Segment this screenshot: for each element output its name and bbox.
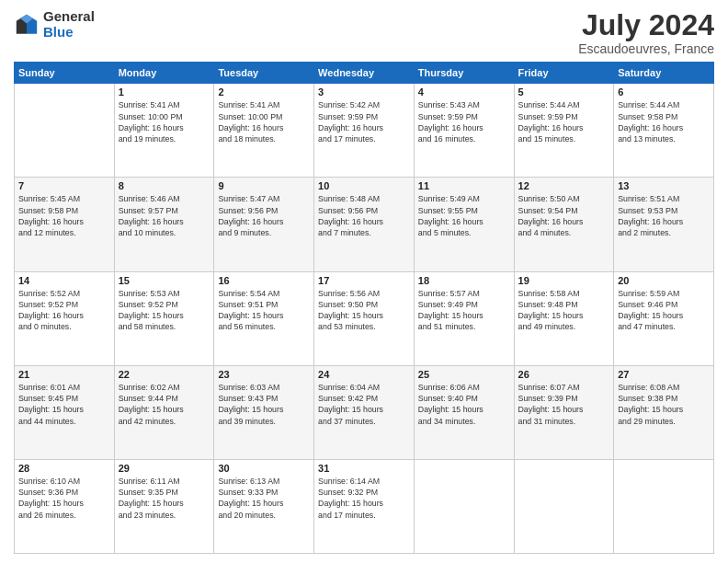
- day-info: Sunrise: 5:52 AMSunset: 9:52 PMDaylight:…: [18, 288, 110, 333]
- table-row: [414, 459, 514, 553]
- day-number: 31: [318, 463, 410, 474]
- table-row: 21Sunrise: 6:01 AMSunset: 9:45 PMDayligh…: [15, 365, 115, 459]
- table-row: 24Sunrise: 6:04 AMSunset: 9:42 PMDayligh…: [314, 365, 415, 459]
- day-info: Sunrise: 5:49 AMSunset: 9:55 PMDaylight:…: [418, 193, 510, 238]
- day-number: 5: [518, 86, 610, 98]
- day-number: 21: [18, 369, 110, 380]
- day-number: 1: [119, 86, 210, 98]
- header-wednesday: Wednesday: [314, 63, 415, 84]
- table-row: 4Sunrise: 5:43 AMSunset: 9:59 PMDaylight…: [414, 84, 514, 178]
- day-info: Sunrise: 6:02 AMSunset: 9:44 PMDaylight:…: [119, 382, 210, 427]
- header: General Blue July 2024 Escaudoeuvres, Fr…: [14, 9, 714, 56]
- page: General Blue July 2024 Escaudoeuvres, Fr…: [0, 0, 728, 563]
- table-row: 28Sunrise: 6:10 AMSunset: 9:36 PMDayligh…: [15, 459, 115, 553]
- day-number: 16: [218, 275, 310, 286]
- day-info: Sunrise: 5:48 AMSunset: 9:56 PMDaylight:…: [318, 193, 410, 238]
- calendar-week-1: 7Sunrise: 5:45 AMSunset: 9:58 PMDaylight…: [15, 178, 714, 271]
- day-info: Sunrise: 5:45 AMSunset: 9:58 PMDaylight:…: [18, 193, 110, 238]
- header-saturday: Saturday: [614, 63, 714, 84]
- day-info: Sunrise: 5:50 AMSunset: 9:54 PMDaylight:…: [518, 193, 610, 238]
- table-row: 14Sunrise: 5:52 AMSunset: 9:52 PMDayligh…: [15, 271, 115, 365]
- day-info: Sunrise: 5:46 AMSunset: 9:57 PMDaylight:…: [119, 193, 210, 238]
- table-row: 3Sunrise: 5:42 AMSunset: 9:59 PMDaylight…: [314, 84, 415, 178]
- day-info: Sunrise: 5:56 AMSunset: 9:50 PMDaylight:…: [318, 288, 410, 333]
- day-info: Sunrise: 5:58 AMSunset: 9:48 PMDaylight:…: [518, 288, 610, 333]
- day-info: Sunrise: 5:57 AMSunset: 9:49 PMDaylight:…: [418, 288, 510, 333]
- table-row: 26Sunrise: 6:07 AMSunset: 9:39 PMDayligh…: [514, 365, 614, 459]
- day-number: 23: [218, 369, 310, 380]
- table-row: 20Sunrise: 5:59 AMSunset: 9:46 PMDayligh…: [614, 271, 714, 365]
- header-tuesday: Tuesday: [214, 63, 314, 84]
- day-number: 2: [218, 86, 310, 98]
- logo-icon: [14, 12, 40, 38]
- calendar-week-4: 28Sunrise: 6:10 AMSunset: 9:36 PMDayligh…: [15, 459, 714, 553]
- table-row: [614, 459, 714, 553]
- header-thursday: Thursday: [414, 63, 514, 84]
- day-number: 14: [18, 275, 110, 286]
- table-row: 6Sunrise: 5:44 AMSunset: 9:58 PMDaylight…: [614, 84, 714, 178]
- table-row: 22Sunrise: 6:02 AMSunset: 9:44 PMDayligh…: [114, 365, 214, 459]
- table-row: 7Sunrise: 5:45 AMSunset: 9:58 PMDaylight…: [15, 178, 115, 271]
- table-row: 30Sunrise: 6:13 AMSunset: 9:33 PMDayligh…: [214, 459, 314, 553]
- day-info: Sunrise: 5:43 AMSunset: 9:59 PMDaylight:…: [418, 99, 510, 144]
- day-info: Sunrise: 5:41 AMSunset: 10:00 PMDaylight…: [119, 99, 210, 144]
- calendar-week-3: 21Sunrise: 6:01 AMSunset: 9:45 PMDayligh…: [15, 365, 714, 459]
- logo: General Blue: [14, 9, 95, 40]
- day-number: 13: [618, 180, 710, 191]
- day-info: Sunrise: 5:53 AMSunset: 9:52 PMDaylight:…: [119, 288, 210, 333]
- logo-general: General: [43, 9, 95, 25]
- table-row: 15Sunrise: 5:53 AMSunset: 9:52 PMDayligh…: [114, 271, 214, 365]
- day-number: 18: [418, 275, 510, 286]
- main-title: July 2024: [578, 9, 714, 41]
- day-number: 26: [518, 369, 610, 380]
- day-info: Sunrise: 6:06 AMSunset: 9:40 PMDaylight:…: [418, 382, 510, 427]
- day-info: Sunrise: 5:44 AMSunset: 9:58 PMDaylight:…: [618, 99, 710, 144]
- subtitle: Escaudoeuvres, France: [578, 41, 714, 56]
- day-number: 25: [418, 369, 510, 380]
- day-number: 10: [318, 180, 410, 191]
- calendar-header-row: Sunday Monday Tuesday Wednesday Thursday…: [15, 63, 714, 84]
- day-info: Sunrise: 6:13 AMSunset: 9:33 PMDaylight:…: [218, 476, 310, 521]
- table-row: 19Sunrise: 5:58 AMSunset: 9:48 PMDayligh…: [514, 271, 614, 365]
- table-row: 13Sunrise: 5:51 AMSunset: 9:53 PMDayligh…: [614, 178, 714, 271]
- table-row: 18Sunrise: 5:57 AMSunset: 9:49 PMDayligh…: [414, 271, 514, 365]
- day-info: Sunrise: 6:04 AMSunset: 9:42 PMDaylight:…: [318, 382, 410, 427]
- day-info: Sunrise: 5:47 AMSunset: 9:56 PMDaylight:…: [218, 193, 310, 238]
- table-row: 8Sunrise: 5:46 AMSunset: 9:57 PMDaylight…: [114, 178, 214, 271]
- day-info: Sunrise: 6:01 AMSunset: 9:45 PMDaylight:…: [18, 382, 110, 427]
- calendar-week-2: 14Sunrise: 5:52 AMSunset: 9:52 PMDayligh…: [15, 271, 714, 365]
- table-row: 5Sunrise: 5:44 AMSunset: 9:59 PMDaylight…: [514, 84, 614, 178]
- table-row: 16Sunrise: 5:54 AMSunset: 9:51 PMDayligh…: [214, 271, 314, 365]
- table-row: 9Sunrise: 5:47 AMSunset: 9:56 PMDaylight…: [214, 178, 314, 271]
- table-row: 25Sunrise: 6:06 AMSunset: 9:40 PMDayligh…: [414, 365, 514, 459]
- day-number: 15: [119, 275, 210, 286]
- title-block: July 2024 Escaudoeuvres, France: [578, 9, 714, 56]
- table-row: 17Sunrise: 5:56 AMSunset: 9:50 PMDayligh…: [314, 271, 415, 365]
- day-number: 12: [518, 180, 610, 191]
- table-row: 1Sunrise: 5:41 AMSunset: 10:00 PMDayligh…: [114, 84, 214, 178]
- day-number: 4: [418, 86, 510, 98]
- day-info: Sunrise: 6:07 AMSunset: 9:39 PMDaylight:…: [518, 382, 610, 427]
- logo-text: General Blue: [43, 9, 95, 40]
- table-row: 27Sunrise: 6:08 AMSunset: 9:38 PMDayligh…: [614, 365, 714, 459]
- day-info: Sunrise: 6:10 AMSunset: 9:36 PMDaylight:…: [18, 476, 110, 521]
- day-number: 28: [18, 463, 110, 474]
- day-info: Sunrise: 5:44 AMSunset: 9:59 PMDaylight:…: [518, 99, 610, 144]
- table-row: 2Sunrise: 5:41 AMSunset: 10:00 PMDayligh…: [214, 84, 314, 178]
- calendar-week-0: 1Sunrise: 5:41 AMSunset: 10:00 PMDayligh…: [15, 84, 714, 178]
- table-row: [514, 459, 614, 553]
- day-number: 24: [318, 369, 410, 380]
- logo-blue: Blue: [43, 25, 95, 40]
- table-row: 10Sunrise: 5:48 AMSunset: 9:56 PMDayligh…: [314, 178, 415, 271]
- header-monday: Monday: [114, 63, 214, 84]
- day-info: Sunrise: 6:08 AMSunset: 9:38 PMDaylight:…: [618, 382, 710, 427]
- header-sunday: Sunday: [15, 63, 115, 84]
- day-info: Sunrise: 6:14 AMSunset: 9:32 PMDaylight:…: [318, 476, 410, 521]
- day-number: 19: [518, 275, 610, 286]
- day-info: Sunrise: 5:59 AMSunset: 9:46 PMDaylight:…: [618, 288, 710, 333]
- table-row: 23Sunrise: 6:03 AMSunset: 9:43 PMDayligh…: [214, 365, 314, 459]
- day-number: 11: [418, 180, 510, 191]
- table-row: 11Sunrise: 5:49 AMSunset: 9:55 PMDayligh…: [414, 178, 514, 271]
- table-row: 29Sunrise: 6:11 AMSunset: 9:35 PMDayligh…: [114, 459, 214, 553]
- day-number: 6: [618, 86, 710, 98]
